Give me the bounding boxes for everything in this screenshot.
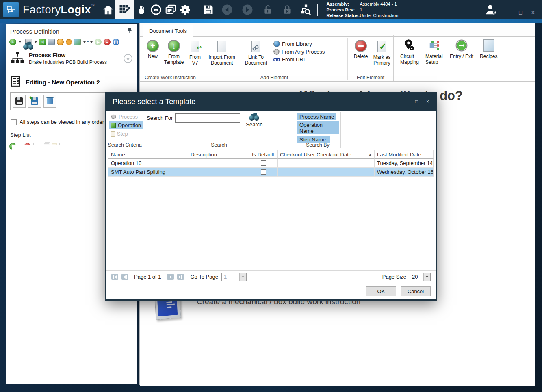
entry-exit-button[interactable]: Entry / Exit — [450, 39, 473, 59]
gears-icon — [273, 49, 280, 55]
col-last-modified-date[interactable]: Last Modified Date — [375, 150, 434, 159]
from-template-button[interactable]: ↓ From Template — [165, 40, 183, 65]
stop-icon[interactable]: − — [104, 39, 111, 45]
is-default-checkbox[interactable] — [261, 169, 266, 175]
ok-button[interactable]: OK — [366, 286, 396, 296]
expand-down-icon[interactable] — [124, 54, 132, 63]
resume-icon[interactable]: ▸ — [95, 39, 102, 45]
col-description[interactable]: Description — [188, 150, 249, 159]
process-gears-icon — [111, 115, 116, 119]
close-button[interactable]: × — [531, 9, 535, 16]
dialog-maximize-button[interactable]: □ — [415, 99, 418, 104]
operation-cube-icon — [111, 123, 116, 128]
col-is-default[interactable]: Is Default — [249, 150, 278, 159]
new-icon: + — [147, 40, 159, 52]
material-setup-button[interactable]: Material Setup — [425, 39, 443, 65]
goto-page-select: 1 — [221, 273, 247, 281]
reports-icon[interactable] — [163, 2, 178, 17]
first-page-button[interactable] — [111, 274, 118, 280]
discard-step-button[interactable] — [43, 95, 56, 108]
caret-down-icon[interactable] — [35, 41, 37, 43]
col-checkout-user[interactable]: Checkout User — [278, 150, 314, 159]
tab-document-tools[interactable]: Document Tools — [143, 25, 193, 37]
minimize-button[interactable]: – — [507, 9, 510, 16]
from-any-process-button[interactable]: From Any Process — [273, 49, 325, 55]
process-flow-icon — [10, 50, 25, 67]
import-from-document-button[interactable]: Import From Document — [205, 40, 238, 66]
floppy-icon — [15, 97, 23, 105]
is-default-checkbox[interactable] — [261, 160, 266, 166]
circuit-mapping-button[interactable]: Circuit Mapping — [400, 39, 419, 65]
cancel-button[interactable]: Cancel — [401, 286, 431, 296]
ribbon: + New ↓ From Template ↩ From V7 Create W… — [140, 37, 535, 82]
import-step-button[interactable]: ↰ — [28, 95, 41, 108]
dialog-minimize-button[interactable]: – — [404, 99, 407, 104]
check-page-icon: ✓ — [375, 40, 388, 53]
unlock-icon[interactable] — [260, 2, 275, 17]
dialog-titlebar: Please select a Template – □ × — [106, 92, 436, 111]
caret-down-icon[interactable] — [19, 41, 21, 43]
alert-bell-icon[interactable] — [57, 39, 64, 45]
search-input[interactable] — [175, 113, 240, 123]
binoculars-icon — [249, 113, 260, 121]
document-icon — [215, 40, 228, 53]
page-size-label: Page Size — [382, 274, 406, 280]
add-icon[interactable]: + — [9, 39, 16, 45]
page-size-select[interactable]: 20 — [410, 273, 431, 281]
lock-x-icon[interactable] — [280, 2, 295, 17]
table-row[interactable]: Operation 10 Tuesday, September 14,... — [108, 159, 434, 168]
settings-gear-icon[interactable] — [178, 2, 193, 17]
search-by-process-name[interactable]: Process Name — [297, 113, 336, 120]
delete-element-button[interactable]: Delete — [352, 40, 370, 59]
entry-exit-icon — [455, 39, 468, 52]
search-criteria-group: Process Operation Step Search Criteria — [106, 111, 143, 149]
dialog-close-button[interactable]: × — [426, 99, 429, 104]
dialog-actions: OK Cancel — [366, 286, 431, 296]
table-row[interactable]: SMT Auto Part Splitting Wednesday, Octob… — [108, 168, 434, 177]
col-name[interactable]: Name — [108, 150, 188, 159]
caret-down-icon[interactable] — [83, 41, 86, 43]
forward-icon[interactable] — [240, 2, 255, 17]
next-page-button[interactable] — [167, 274, 174, 280]
new-button[interactable]: + New — [144, 40, 162, 59]
from-library-button[interactable]: From Library — [273, 41, 325, 47]
reorganize-icon[interactable]: ⤮ — [39, 39, 46, 45]
process-search-icon[interactable] — [299, 2, 313, 17]
recipes-icon — [482, 39, 495, 52]
criteria-operation[interactable]: Operation — [109, 121, 143, 129]
caret-down-icon[interactable] — [90, 41, 93, 43]
presentation-icon[interactable] — [48, 39, 55, 45]
production-icon[interactable] — [134, 2, 149, 17]
back-icon[interactable] — [220, 2, 234, 17]
criteria-step: Step — [109, 130, 130, 138]
link-to-document-button[interactable]: Link To Document — [242, 40, 270, 66]
home-icon[interactable] — [101, 2, 115, 17]
delete-icon — [355, 40, 367, 52]
pause-icon[interactable]: ❙❙ — [113, 39, 119, 45]
process-flow-row[interactable]: Process Flow Drake Industries PCB Build … — [6, 49, 137, 71]
recipes-button[interactable]: Recipes — [480, 39, 498, 59]
operation-tools-panel: Circuit Mapping Material Setup Entry / E… — [393, 35, 535, 81]
group-edit-element: Delete ✓ Mark as Primary Edit Element — [348, 37, 393, 81]
table-header-row: Name Description Is Default Checkout Use… — [108, 150, 434, 159]
user-logout-icon[interactable] — [483, 2, 498, 17]
maximize-button[interactable]: □ — [519, 9, 522, 16]
save-step-button[interactable] — [13, 95, 26, 108]
previous-page-button[interactable] — [121, 274, 128, 280]
deploy-icon[interactable] — [74, 39, 81, 45]
any-order-checkbox[interactable] — [11, 119, 17, 125]
from-url-button[interactable]: From URL — [273, 56, 325, 63]
col-checkout-date[interactable]: Checkout Date▲ — [314, 150, 375, 159]
search-button[interactable]: Search — [246, 113, 262, 128]
gear-icon[interactable] — [66, 39, 72, 45]
pin-icon[interactable] — [127, 27, 132, 35]
assembly-label: Assembly: — [327, 1, 360, 7]
mark-as-primary-button[interactable]: ✓ Mark as Primary — [373, 40, 391, 66]
last-page-button[interactable] — [177, 274, 184, 280]
process-flow-subtitle: Drake Industries PCB Build Process — [29, 59, 124, 65]
transfer-icon[interactable] — [149, 2, 163, 17]
process-definition-tab-icon[interactable] — [115, 0, 134, 19]
save-icon[interactable] — [201, 2, 216, 17]
search-by-operation-name[interactable]: Operation Name — [297, 121, 339, 134]
dialog-search-bar: Process Operation Step Search Criteria S… — [106, 111, 436, 149]
